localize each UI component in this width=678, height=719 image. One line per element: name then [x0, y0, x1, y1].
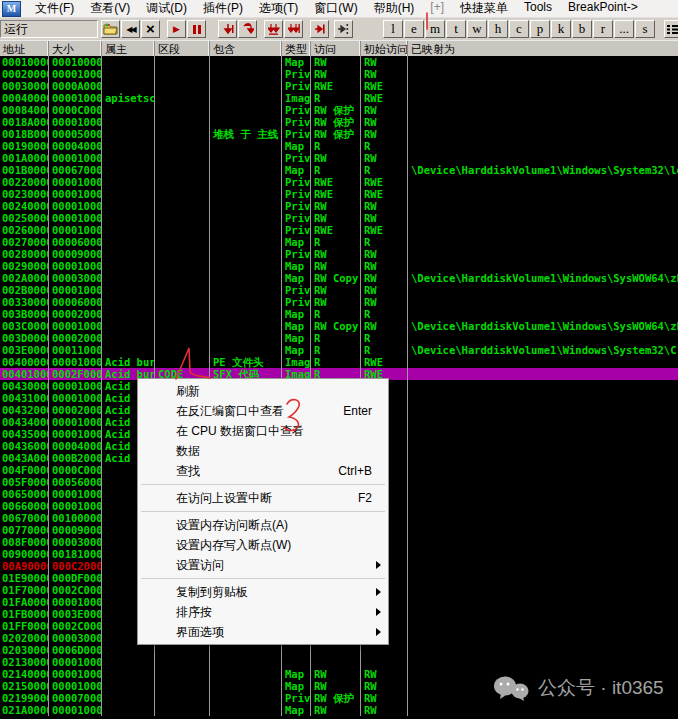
- column-header[interactable]: 地址: [0, 41, 49, 56]
- table-row[interactable]: 0025000000001000PrivRWRW: [0, 212, 678, 224]
- table-row[interactable]: 003C000000001000MapRW CopyRW\Device\Hard…: [0, 320, 678, 332]
- window-button-r[interactable]: r: [593, 20, 613, 38]
- table-row[interactable]: 002B000000001000PrivRWRW: [0, 284, 678, 296]
- pause-button[interactable]: [187, 20, 206, 38]
- table-row[interactable]: 000840000000C000PrivRW 保护RW: [0, 104, 678, 116]
- window-button-h[interactable]: h: [488, 20, 508, 38]
- column-header[interactable]: 初始访问: [361, 41, 408, 56]
- window-button-l[interactable]: l: [383, 20, 403, 38]
- table-row[interactable]: 0018A00000001000PrivRW 保护RW: [0, 116, 678, 128]
- table-row[interactable]: 0027000000006000MapRR: [0, 236, 678, 248]
- menu-item[interactable]: 文件(F): [27, 0, 82, 17]
- context-menu-item[interactable]: 复制到剪贴板: [138, 582, 388, 602]
- table-row[interactable]: 001B000000067000MapRR\Device\HarddiskVol…: [0, 164, 678, 176]
- menu-item[interactable]: BreakPoint->: [560, 0, 646, 17]
- table-row[interactable]: 0026000000001000PrivRWERWE: [0, 224, 678, 236]
- window-button-s[interactable]: s: [635, 20, 655, 38]
- window-button-...[interactable]: ...: [614, 20, 634, 38]
- table-row[interactable]: 021A000000001000MapRWRW: [0, 704, 678, 716]
- cell: Priv: [282, 80, 311, 92]
- cell: Imag: [282, 92, 311, 104]
- run-button[interactable]: ▶: [167, 20, 186, 38]
- close-process-button[interactable]: ×: [141, 20, 160, 38]
- context-menu-item[interactable]: 在 CPU 数据窗口中查看: [138, 421, 388, 441]
- cell: Map: [282, 260, 311, 272]
- column-header[interactable]: 访问: [311, 41, 361, 56]
- restart-button[interactable]: ◀◀: [121, 20, 140, 38]
- window-button-b[interactable]: b: [572, 20, 592, 38]
- table-row[interactable]: 000300000000A000PrivRWERWE: [0, 80, 678, 92]
- context-menu-item[interactable]: 设置内存写入断点(W): [138, 535, 388, 555]
- column-header[interactable]: 属主: [102, 41, 155, 56]
- trace-over-button[interactable]: [284, 20, 303, 38]
- cell: [210, 248, 282, 260]
- menu-item[interactable]: 选项(T): [251, 0, 306, 17]
- window-button-m[interactable]: m: [425, 20, 445, 38]
- menu-item[interactable]: 帮助(H): [366, 0, 423, 17]
- table-row[interactable]: 0022000000001000PrivRWERWE: [0, 176, 678, 188]
- context-menu-item[interactable]: 刷新: [138, 381, 388, 401]
- table-row[interactable]: 0040000000001000Acid_burPE 文件头ImagRRWE: [0, 356, 678, 368]
- table-row[interactable]: 020300000006D000: [0, 644, 678, 656]
- table-row[interactable]: 0028000000009000PrivRWRW: [0, 248, 678, 260]
- window-button-w[interactable]: w: [467, 20, 487, 38]
- table-row[interactable]: 0024000000001000PrivRWRW: [0, 200, 678, 212]
- context-menu-item[interactable]: 数据: [138, 441, 388, 461]
- column-header[interactable]: 区段: [155, 41, 210, 56]
- options-appearance-button[interactable]: [664, 20, 678, 38]
- cell: 00010000: [0, 56, 49, 68]
- cell: RWE: [311, 80, 361, 92]
- table-row[interactable]: 003D000000002000MapRR: [0, 332, 678, 344]
- table-row[interactable]: 0019000000004000MapRR: [0, 140, 678, 152]
- step-into-button[interactable]: [218, 20, 237, 38]
- table-row[interactable]: 003E000000011000MapRR\Device\HarddiskVol…: [0, 344, 678, 356]
- table-row[interactable]: 0018B00000005000堆栈 于 主线PrivRW 保护RW: [0, 128, 678, 140]
- menu-item[interactable]: [+]: [422, 0, 452, 17]
- menu-item[interactable]: 调试(D): [138, 0, 195, 17]
- table-row[interactable]: 0029000000001000MapRWRW: [0, 260, 678, 272]
- context-menu-item[interactable]: 排序按: [138, 602, 388, 622]
- context-menu-item[interactable]: 在反汇编窗口中查看Enter: [138, 401, 388, 421]
- window-button-k[interactable]: k: [551, 20, 571, 38]
- till-user-code-button[interactable]: [334, 20, 353, 38]
- column-header[interactable]: 包含: [210, 41, 282, 56]
- execute-till-return-button[interactable]: [310, 20, 329, 38]
- step-over-button[interactable]: [238, 20, 257, 38]
- column-header[interactable]: 大小: [49, 41, 102, 56]
- table-row[interactable]: 0033000000006000PrivRWRW: [0, 296, 678, 308]
- table-row[interactable]: 003B000000002000MapRR: [0, 308, 678, 320]
- table-row[interactable]: 0213000000001000: [0, 656, 678, 668]
- window-button-t[interactable]: t: [446, 20, 466, 38]
- cell: 00100000: [49, 512, 102, 524]
- context-menu-item[interactable]: 在访问上设置中断F2: [138, 488, 388, 508]
- context-menu-item[interactable]: 设置访问: [138, 555, 388, 575]
- cell: [155, 152, 210, 164]
- menu-item[interactable]: 窗口(W): [306, 0, 365, 17]
- table-row[interactable]: 002A000000003000MapRW CopyRW\Device\Hard…: [0, 272, 678, 284]
- cell: 00001000: [49, 92, 102, 104]
- context-menu-item[interactable]: 界面选项: [138, 622, 388, 642]
- cell: [311, 656, 361, 668]
- menu-item[interactable]: 插件(P): [195, 0, 251, 17]
- table-row[interactable]: 001A000000001000PrivRWRW: [0, 152, 678, 164]
- table-row[interactable]: 0004000000001000apisetscImagRRWE: [0, 92, 678, 104]
- window-button-p[interactable]: p: [530, 20, 550, 38]
- cell: 00001000: [49, 500, 102, 512]
- menu-item[interactable]: 查看(V): [82, 0, 138, 17]
- table-row[interactable]: 0001000000010000MapRWRW: [0, 56, 678, 68]
- window-button-c[interactable]: c: [509, 20, 529, 38]
- window-button-e[interactable]: e: [404, 20, 424, 38]
- menu-item[interactable]: 快捷菜单: [452, 0, 516, 17]
- mdi-child-window-icon[interactable]: M: [2, 1, 21, 17]
- open-file-button[interactable]: [101, 20, 120, 38]
- context-menu-item[interactable]: 设置内存访问断点(A): [138, 515, 388, 535]
- menu-item[interactable]: Tools: [516, 0, 560, 17]
- column-header[interactable]: 已映射为: [408, 41, 678, 56]
- table-row[interactable]: 0023000000001000PrivRWERWE: [0, 188, 678, 200]
- table-row[interactable]: 0002000000001000PrivRWRW: [0, 68, 678, 80]
- cell: 02140000: [0, 668, 49, 680]
- cell: 00010000: [49, 56, 102, 68]
- column-header[interactable]: 类型: [282, 41, 311, 56]
- trace-into-button[interactable]: [264, 20, 283, 38]
- context-menu-item[interactable]: 查找Ctrl+B: [138, 461, 388, 481]
